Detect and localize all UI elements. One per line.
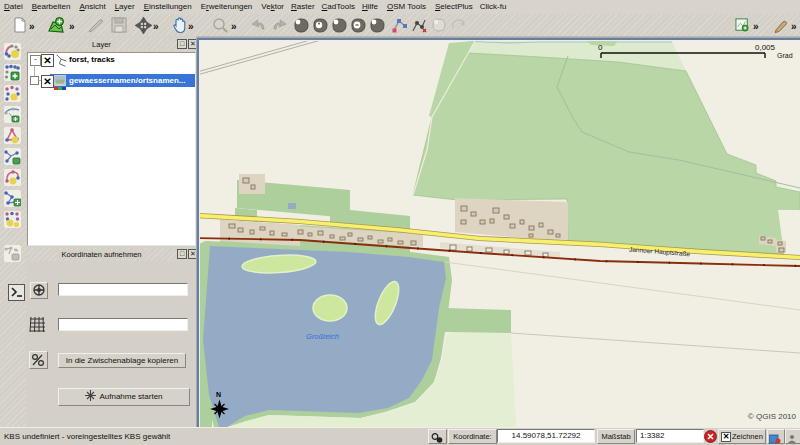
svg-text:Grad: Grad bbox=[777, 52, 793, 59]
svg-text:0,005: 0,005 bbox=[755, 43, 776, 52]
svg-text:© QGIS 2010: © QGIS 2010 bbox=[748, 412, 797, 421]
svg-text:0: 0 bbox=[598, 43, 603, 52]
svg-text:Großteich: Großteich bbox=[306, 332, 339, 341]
svg-text:N: N bbox=[216, 391, 221, 398]
